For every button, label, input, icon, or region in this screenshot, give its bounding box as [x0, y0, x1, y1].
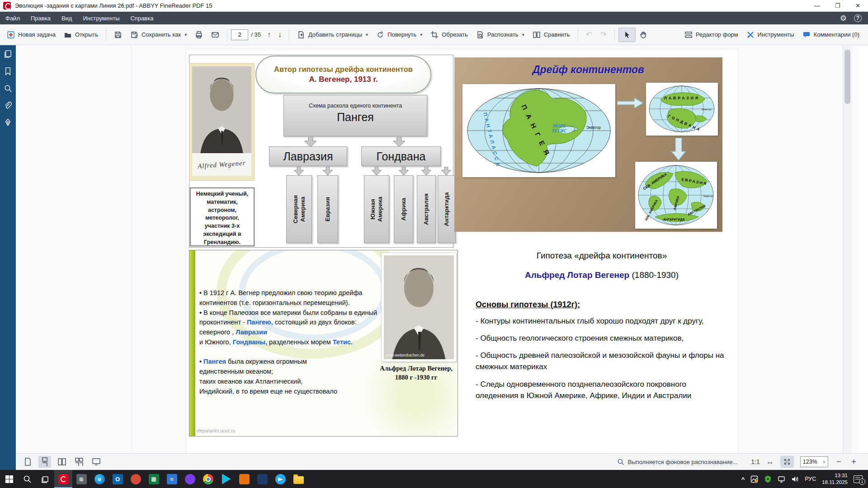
minimize-button[interactable]: — — [807, 0, 827, 11]
view-single-page-button[interactable] — [21, 456, 34, 468]
view-two-pages-continuous-button[interactable] — [73, 456, 85, 468]
select-tool-button[interactable] — [618, 28, 636, 42]
panel-divider — [131, 45, 132, 453]
pages-panel-icon[interactable] — [3, 49, 13, 59]
email-button[interactable] — [207, 28, 223, 42]
equator-label: Экватор — [703, 195, 713, 197]
search-panel-icon[interactable] — [3, 83, 13, 94]
menu-edit[interactable]: Правка — [25, 12, 56, 24]
scientist-info-box: Немецкий ученый, математик, астроном, ме… — [190, 188, 255, 246]
taskbar-google-play[interactable] — [217, 470, 235, 488]
signature-strip: Alfred Wegener — [192, 153, 251, 176]
menu-tools[interactable]: Инструменты — [77, 12, 125, 24]
menu-bar: Файл Правка Вид Инструменты Справка ⚙ ? — [0, 12, 868, 24]
crop-button[interactable]: Обрезать — [426, 28, 472, 42]
menu-file[interactable]: Файл — [0, 12, 25, 24]
vertical-scrollbar[interactable] — [843, 45, 852, 453]
zoom-level-select[interactable]: 123% ˅ — [800, 456, 828, 467]
page-number-input[interactable]: 2 — [231, 29, 248, 40]
action-center-icon[interactable]: 1 — [854, 475, 863, 483]
scrollbar-thumb[interactable] — [844, 50, 850, 104]
tray-network-icon[interactable] — [778, 475, 785, 483]
taskbar-outlook[interactable]: O — [108, 470, 127, 488]
restore-button[interactable]: ❐ — [827, 0, 848, 11]
zoom-out-button[interactable]: − — [835, 457, 843, 467]
rotate-button[interactable]: Повернуть ▾ — [372, 28, 426, 42]
taskbar-app-gray[interactable]: ≋ — [72, 470, 90, 488]
taskbar-abbyy-finereader[interactable] — [54, 470, 72, 488]
zoom-value: 123% — [803, 459, 817, 465]
compare-button[interactable]: Сравнить — [528, 28, 574, 42]
clock-time: 13:31 — [822, 472, 848, 479]
fit-width-button[interactable]: ↔ — [766, 457, 774, 466]
save-as-caret-icon: ▾ — [184, 32, 187, 37]
fit-page-button[interactable] — [780, 456, 794, 468]
add-pages-caret-icon: ▾ — [366, 32, 368, 37]
zoom-in-button[interactable]: + — [849, 457, 858, 467]
taskbar-app-violet[interactable] — [181, 470, 199, 488]
laurasia-gondwana-globe: ЛАВРАЗИЯ ГОНДВАНА Экватор — [646, 83, 718, 136]
menu-help[interactable]: Справка — [125, 12, 159, 24]
arrow-down-icon — [371, 167, 382, 175]
task-view-button[interactable] — [36, 470, 54, 488]
tray-antivirus-icon[interactable] — [764, 475, 772, 483]
taskbar-edge[interactable]: e — [90, 470, 108, 488]
signature-panel-icon[interactable] — [3, 117, 13, 128]
gondwana-box: Гондвана — [361, 146, 441, 166]
taskbar-app-red[interactable] — [127, 470, 145, 488]
print-button[interactable] — [191, 28, 207, 42]
menu-view[interactable]: Вид — [56, 12, 78, 24]
view-fullscreen-button[interactable] — [90, 456, 103, 468]
tray-photos-icon[interactable] — [750, 475, 758, 483]
actual-size-button[interactable]: 1:1 — [751, 458, 760, 465]
language-indicator[interactable]: РУС — [805, 476, 816, 482]
wegener-portrait-bottom: www.wetterdrachen.de — [381, 253, 457, 362]
tray-chevron-up[interactable]: ^ — [741, 476, 745, 483]
help-icon[interactable]: ? — [854, 14, 862, 22]
author-line: Альфред Лотар Вегенер (1880-1930) — [476, 270, 728, 280]
continent-column: Северная Америка — [286, 175, 312, 243]
application-window: Эволюция -задания с картами Линия 26.pdf… — [0, 0, 868, 488]
view-continuous-button[interactable] — [38, 456, 51, 468]
view-two-pages-button[interactable] — [56, 456, 68, 468]
laurasia-label: ЛАВРАЗИЯ — [664, 96, 700, 100]
bookmarks-panel-icon[interactable] — [3, 66, 13, 76]
clock[interactable]: 13:31 18.11.2025 — [822, 472, 848, 486]
taskbar-app-navy[interactable] — [253, 470, 271, 488]
continent-column: Африка — [394, 175, 413, 243]
form-editor-button[interactable]: Редактор форм — [680, 28, 742, 42]
taskbar-file-explorer[interactable] — [289, 470, 307, 488]
next-page-button[interactable]: ↓ — [274, 29, 285, 41]
crop-icon — [430, 31, 439, 39]
attachments-panel-icon[interactable] — [3, 100, 13, 111]
start-button[interactable] — [0, 470, 18, 488]
save-button[interactable] — [110, 28, 126, 42]
portrait-caption: Альфред Лотар Вегенер, 1880 г -1930 гг — [374, 364, 458, 382]
undo-button[interactable]: ↶ — [582, 27, 596, 42]
tools-button[interactable]: Инструменты — [742, 28, 798, 42]
slide-bottom-left: • В 1912 г А. Вегнер предложил свою теор… — [189, 250, 458, 436]
taskbar-search-button[interactable] — [18, 470, 36, 488]
save-as-icon — [130, 31, 138, 39]
taskbar-app-blue[interactable]: ≡ — [163, 470, 181, 488]
settings-gear-icon[interactable]: ⚙ — [840, 14, 847, 23]
add-pages-button[interactable]: Добавить страницы ▾ — [293, 28, 372, 42]
taskbar-chrome[interactable] — [199, 470, 217, 488]
previous-page-button[interactable]: ↑ — [264, 29, 274, 41]
close-button[interactable]: ✕ — [848, 0, 868, 11]
taskbar-telegram[interactable] — [271, 470, 289, 488]
main-toolbar: Новая задача Открыть Сохранить как ▾ 2 /… — [0, 24, 868, 45]
clock-date: 18.11.2025 — [822, 479, 848, 486]
save-as-button[interactable]: Сохранить как ▾ — [126, 28, 191, 42]
new-task-button[interactable]: Новая задача — [3, 28, 60, 42]
taskbar-excel[interactable]: ▦ — [145, 470, 163, 488]
open-button[interactable]: Открыть — [60, 28, 102, 42]
comments-button[interactable]: Комментарии (0) — [798, 28, 863, 42]
taskbar-app-orange[interactable] — [235, 470, 253, 488]
tray-volume-icon[interactable] — [791, 475, 799, 483]
equator-label: Экватор — [701, 108, 712, 111]
recognize-button[interactable]: Распознать ▾ — [472, 28, 528, 42]
redo-button[interactable]: ↷ — [596, 27, 611, 42]
hand-tool-button[interactable] — [636, 28, 652, 42]
callout-line2: А. Вегенер, 1913 г. — [309, 75, 377, 84]
